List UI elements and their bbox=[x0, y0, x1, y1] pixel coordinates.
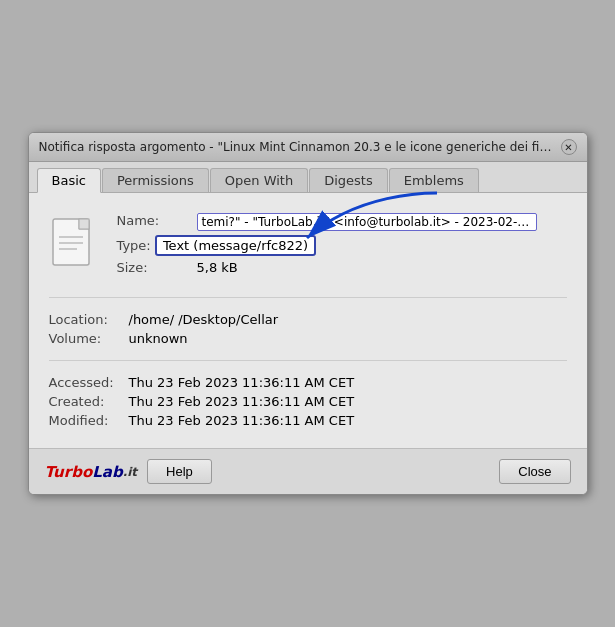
location-label: Location: bbox=[49, 312, 129, 327]
tab-emblems[interactable]: Emblems bbox=[389, 168, 479, 192]
modified-value: Thu 23 Feb 2023 11:36:11 AM CET bbox=[129, 413, 567, 428]
tab-permissions[interactable]: Permissions bbox=[102, 168, 209, 192]
size-value: 5,8 kB bbox=[197, 260, 567, 275]
footer: TurboLab.it Help Close bbox=[29, 448, 587, 494]
info-grid: Name: temi?" - "TurboLab.it" <info@turbo… bbox=[117, 213, 567, 279]
volume-row: Volume: unknown bbox=[49, 331, 567, 346]
turbolab-logo: TurboLab.it bbox=[45, 463, 138, 481]
size-label: Size: bbox=[117, 260, 197, 275]
created-row: Created: Thu 23 Feb 2023 11:36:11 AM CET bbox=[49, 394, 567, 409]
modified-row: Modified: Thu 23 Feb 2023 11:36:11 AM CE… bbox=[49, 413, 567, 428]
titlebar: Notifica risposta argomento - "Linux Min… bbox=[29, 133, 587, 162]
location-section: Location: /home/ /Desktop/Cellar Volume:… bbox=[49, 312, 567, 346]
created-label: Created: bbox=[49, 394, 129, 409]
file-section: Name: temi?" - "TurboLab.it" <info@turbo… bbox=[49, 213, 567, 279]
file-properties-dialog: Notifica risposta argomento - "Linux Min… bbox=[28, 132, 588, 495]
svg-rect-2 bbox=[79, 219, 89, 229]
name-label: Name: bbox=[117, 213, 197, 228]
name-row: Name: temi?" - "TurboLab.it" <info@turbo… bbox=[117, 213, 567, 231]
tab-digests[interactable]: Digests bbox=[309, 168, 388, 192]
created-value: Thu 23 Feb 2023 11:36:11 AM CET bbox=[129, 394, 567, 409]
titlebar-text: Notifica risposta argomento - "Linux Min… bbox=[39, 140, 553, 154]
lab-text: Lab bbox=[92, 463, 122, 481]
volume-label: Volume: bbox=[49, 331, 129, 346]
divider-1 bbox=[49, 297, 567, 298]
file-icon bbox=[49, 217, 101, 277]
accessed-label: Accessed: bbox=[49, 375, 129, 390]
location-row: Location: /home/ /Desktop/Cellar bbox=[49, 312, 567, 327]
name-value: temi?" - "TurboLab.it" <info@turbolab.it… bbox=[197, 213, 537, 231]
turbo-text: Turbo bbox=[45, 463, 93, 481]
accessed-value: Thu 23 Feb 2023 11:36:11 AM CET bbox=[129, 375, 567, 390]
tab-bar: Basic Permissions Open With Digests Embl… bbox=[29, 162, 587, 193]
type-row: Type: Text (message/rfc822) bbox=[117, 235, 317, 256]
help-button[interactable]: Help bbox=[147, 459, 212, 484]
type-label: Type: bbox=[117, 238, 151, 253]
divider-2 bbox=[49, 360, 567, 361]
tab-basic[interactable]: Basic bbox=[37, 168, 101, 193]
dates-section: Accessed: Thu 23 Feb 2023 11:36:11 AM CE… bbox=[49, 375, 567, 428]
accessed-row: Accessed: Thu 23 Feb 2023 11:36:11 AM CE… bbox=[49, 375, 567, 390]
location-value: /home/ /Desktop/Cellar bbox=[129, 312, 567, 327]
modified-label: Modified: bbox=[49, 413, 129, 428]
close-button[interactable]: ✕ bbox=[561, 139, 577, 155]
volume-value: unknown bbox=[129, 331, 567, 346]
type-value: Text (message/rfc822) bbox=[155, 235, 316, 256]
content-area: Name: temi?" - "TurboLab.it" <info@turbo… bbox=[29, 193, 587, 448]
footer-left: TurboLab.it Help bbox=[45, 459, 212, 484]
it-text: .it bbox=[123, 465, 137, 479]
size-row: Size: 5,8 kB bbox=[117, 260, 567, 275]
close-dialog-button[interactable]: Close bbox=[499, 459, 570, 484]
titlebar-controls: ✕ bbox=[561, 139, 577, 155]
tab-open-with[interactable]: Open With bbox=[210, 168, 308, 192]
